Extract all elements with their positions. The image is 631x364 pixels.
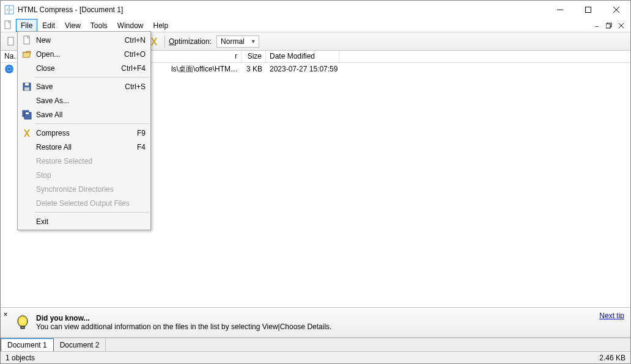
status-left: 1 objects (6, 354, 35, 362)
app-icon (4, 5, 14, 15)
status-bar: 1 objects 2.46 KB (1, 351, 630, 363)
menu-help[interactable]: Help (149, 19, 174, 32)
title-bar: HTML Compress - [Document 1] (1, 1, 630, 19)
chevron-down-icon: ▼ (251, 38, 256, 45)
menu-separator (35, 77, 149, 78)
menu-view[interactable]: View (60, 19, 86, 32)
tab-document-1[interactable]: Document 1 (1, 338, 54, 351)
minimize-button[interactable] (546, 1, 574, 19)
menu-window[interactable]: Window (113, 19, 149, 32)
svg-rect-18 (25, 83, 29, 86)
document-icon (3, 20, 13, 30)
column-size[interactable]: Size (242, 51, 266, 62)
menu-separator (35, 123, 149, 124)
menu-file[interactable]: File (16, 19, 37, 32)
menu-item-exit[interactable]: Exit (18, 214, 150, 228)
compress-icon (20, 128, 34, 138)
save-all-icon (20, 110, 34, 120)
optimization-label: Optimization: (169, 37, 212, 46)
svg-point-25 (21, 319, 24, 323)
maximize-button[interactable] (574, 1, 602, 19)
window-title: HTML Compress - [Document 1] (18, 5, 546, 14)
menu-item-delout: Delete Selected Output Files (18, 196, 150, 210)
new-icon (20, 35, 34, 45)
tab-document-2[interactable]: Document 2 (54, 338, 106, 351)
menu-item-saveas[interactable]: Save As... (18, 93, 150, 107)
svg-rect-24 (21, 326, 24, 329)
menu-item-stop: Stop (18, 168, 150, 182)
tip-title: Did you know... (36, 314, 594, 322)
svg-rect-16 (24, 36, 29, 44)
row-size: 3 KB (242, 65, 266, 73)
svg-rect-19 (24, 87, 29, 90)
toolbar-separator (164, 35, 165, 48)
mdi-close-button[interactable] (617, 21, 625, 30)
svg-rect-8 (5, 21, 10, 29)
status-right: 2.46 KB (599, 354, 625, 362)
menu-separator (35, 212, 149, 213)
menu-tools[interactable]: Tools (86, 19, 113, 32)
menu-item-save[interactable]: Save Ctrl+S (18, 79, 150, 93)
tip-body: You can view additional information on t… (36, 322, 594, 331)
optimization-combo[interactable]: Normal ▼ (216, 35, 259, 48)
mdi-restore-button[interactable] (605, 21, 613, 30)
open-icon (20, 49, 34, 59)
menu-item-open[interactable]: Open... Ctrl+O (18, 47, 150, 61)
menu-item-sync: Synchronize Directories (18, 182, 150, 196)
tip-panel: × Did you know... You can view additiona… (1, 307, 630, 338)
tip-close-button[interactable]: × (2, 310, 9, 319)
svg-rect-22 (26, 112, 29, 114)
svg-rect-10 (606, 24, 610, 28)
menu-edit[interactable]: Edit (37, 19, 60, 32)
column-date[interactable]: Date Modified (266, 51, 339, 62)
menu-item-new[interactable]: New Ctrl+N (18, 33, 150, 47)
close-button[interactable] (602, 1, 630, 19)
menu-item-restoresel: Restore Selected (18, 154, 150, 168)
mdi-minimize-button[interactable]: – (592, 21, 601, 30)
row-date: 2023-07-27 15:07:59 (266, 65, 364, 73)
bulb-icon (14, 314, 31, 331)
menu-item-restoreall[interactable]: Restore All F4 (18, 140, 150, 154)
optimization-value: Normal (221, 37, 245, 46)
next-tip-link[interactable]: Next tip (599, 311, 624, 320)
file-menu-dropdown: New Ctrl+N Open... Ctrl+O Close Ctrl+F4 … (17, 31, 151, 230)
menu-item-close[interactable]: Close Ctrl+F4 (18, 61, 150, 75)
svg-rect-5 (586, 7, 591, 13)
svg-rect-13 (8, 37, 13, 45)
save-icon (20, 82, 34, 92)
menu-item-compress[interactable]: Compress F9 (18, 126, 150, 140)
new-icon[interactable] (4, 35, 18, 48)
menu-bar: File Edit View Tools Window Help – (1, 19, 630, 32)
document-tabs: Document 1 Document 2 (1, 338, 630, 351)
menu-item-saveall[interactable]: Save All (18, 107, 150, 122)
